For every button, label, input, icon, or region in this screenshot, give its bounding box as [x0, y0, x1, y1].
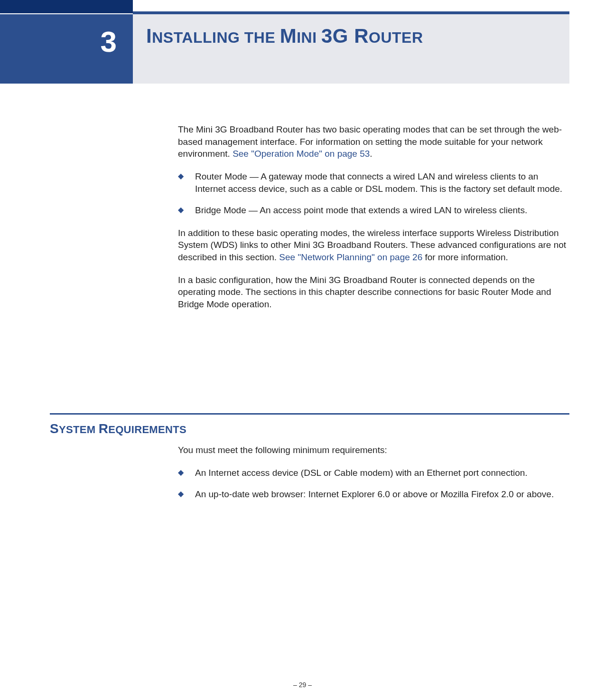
- header-accent-bar: [0, 0, 133, 13]
- section-bullet-list: An Internet access device (DSL or Cable …: [178, 467, 569, 501]
- list-item: Bridge Mode — An access point mode that …: [178, 204, 569, 217]
- intro-paragraph-2: In addition to these basic operating mod…: [178, 227, 569, 264]
- intro-p1-post: .: [370, 149, 372, 159]
- list-item: Router Mode — A gateway mode that connec…: [178, 170, 569, 195]
- section-heading: SYSTEM REQUIREMENTS: [50, 421, 569, 436]
- section-divider: [50, 413, 569, 415]
- chapter-title: INSTALLING THE MINI 3G ROUTER: [146, 25, 569, 47]
- intro-paragraph-3: In a basic configuration, how the Mini 3…: [178, 274, 569, 311]
- page-footer: – 29 –: [0, 681, 605, 689]
- chapter-title-panel: INSTALLING THE MINI 3G ROUTER: [133, 14, 569, 84]
- body-column: The Mini 3G Broadband Router has two bas…: [178, 123, 569, 321]
- intro-paragraph-1: The Mini 3G Broadband Router has two bas…: [178, 123, 569, 160]
- chapter-number: 3: [101, 25, 117, 58]
- section-body: You must meet the following minimum requ…: [178, 444, 569, 501]
- section-area: SYSTEM REQUIREMENTS You must meet the fo…: [50, 413, 569, 511]
- intro-bullet-list: Router Mode — A gateway mode that connec…: [178, 170, 569, 217]
- network-planning-link[interactable]: See "Network Planning" on page 26: [279, 252, 422, 262]
- operation-mode-link[interactable]: See "Operation Mode" on page 53: [233, 149, 370, 159]
- page-number: – 29 –: [293, 681, 312, 689]
- section-paragraph-1: You must meet the following minimum requ…: [178, 444, 569, 456]
- chapter-number-panel: 3: [0, 14, 133, 84]
- list-item: An up-to-date web browser: Internet Expl…: [178, 488, 569, 501]
- list-item: An Internet access device (DSL or Cable …: [178, 467, 569, 479]
- intro-p2-post: for more information.: [422, 252, 508, 262]
